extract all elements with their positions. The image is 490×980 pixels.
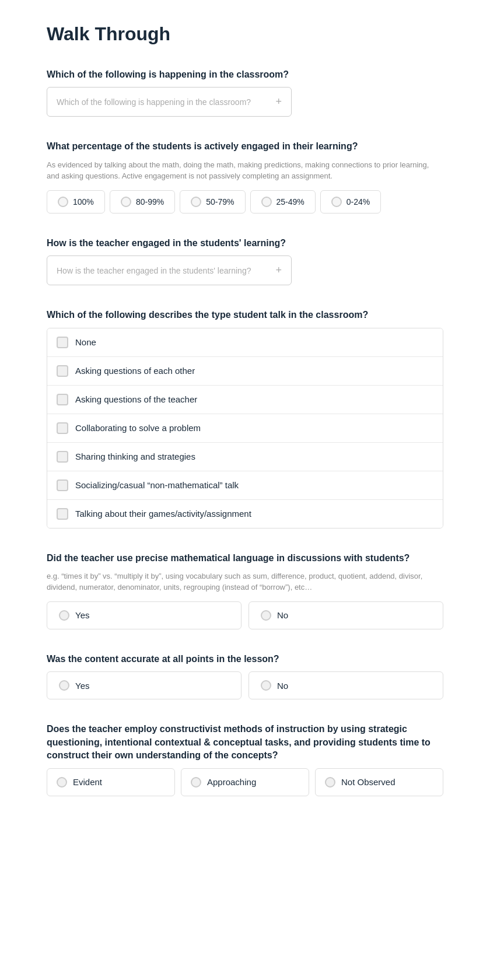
radio-circle-q2-1 — [121, 197, 131, 207]
question-label-q5: Did the teacher use precise mathematical… — [47, 552, 443, 565]
option-label-q7-2: Not Observed — [341, 777, 396, 787]
radio-circle-q2-4 — [331, 197, 342, 207]
checkbox-circle-q4-3 — [57, 422, 68, 434]
plus-icon-q1: + — [275, 96, 282, 108]
checkbox-item-q4-6[interactable]: Talking about their games/activity/assig… — [47, 500, 443, 528]
option-circle-q7-1 — [191, 777, 201, 788]
checkbox-item-q4-3[interactable]: Collaborating to solve a problem — [47, 414, 443, 443]
yn-circle-q6-0 — [59, 680, 69, 691]
checkbox-item-q4-4[interactable]: Sharing thinking and strategies — [47, 443, 443, 471]
yn-label-q6-0: Yes — [75, 681, 89, 691]
checkbox-label-q4-2: Asking questions of the teacher — [75, 394, 197, 404]
option-label-q7-1: Approaching — [207, 777, 256, 787]
checkbox-label-q4-3: Collaborating to solve a problem — [75, 423, 201, 433]
question-label-q2: What percentage of the students is activ… — [47, 140, 443, 153]
checkbox-item-q4-0[interactable]: None — [47, 328, 443, 357]
section-q2: What percentage of the students is activ… — [47, 140, 443, 213]
checkbox-item-q4-1[interactable]: Asking questions of each other — [47, 357, 443, 386]
section-q1: Which of the following is happening in t… — [47, 68, 443, 117]
checkbox-item-q4-5[interactable]: Socializing/casual “non-mathematical” ta… — [47, 471, 443, 500]
question-hint-q5: e.g. “times it by” vs. “multiply it by”,… — [47, 570, 443, 593]
three-options-row-q7: EvidentApproachingNot Observed — [47, 768, 443, 796]
checkbox-circle-q4-0 — [57, 337, 68, 348]
yn-option-q5-1[interactable]: No — [249, 601, 443, 629]
checkbox-label-q4-4: Sharing thinking and strategies — [75, 452, 195, 461]
checkbox-circle-q4-4 — [57, 451, 68, 463]
checkbox-label-q4-0: None — [75, 337, 96, 347]
option-circle-q7-0 — [57, 777, 67, 788]
yn-circle-q6-1 — [261, 680, 271, 691]
option-label-q7-0: Evident — [73, 777, 102, 787]
radio-circle-q2-3 — [261, 197, 272, 207]
option-box-q7-0[interactable]: Evident — [47, 768, 175, 796]
radio-option-q2-0[interactable]: 100% — [47, 190, 105, 214]
yes-no-row-q5: YesNo — [47, 601, 443, 629]
yes-no-row-q6: YesNo — [47, 671, 443, 699]
question-label-q3: How is the teacher engaged in the studen… — [47, 237, 443, 250]
yn-label-q5-1: No — [277, 610, 288, 620]
radio-option-q2-3[interactable]: 25-49% — [250, 190, 316, 214]
yn-option-q6-1[interactable]: No — [249, 671, 443, 699]
radio-label-q2-0: 100% — [73, 197, 94, 206]
checkbox-list-q4: NoneAsking questions of each otherAsking… — [47, 328, 443, 528]
question-label-q4: Which of the following describes the typ… — [47, 309, 443, 321]
dropdown-placeholder-q1: Which of the following is happening in t… — [57, 97, 251, 107]
radio-row-q2: 100%80-99%50-79%25-49%0-24% — [47, 190, 443, 214]
radio-circle-q2-0 — [58, 197, 68, 207]
question-label-q1: Which of the following is happening in t… — [47, 68, 443, 81]
radio-label-q2-3: 25-49% — [276, 197, 304, 206]
yn-option-q5-0[interactable]: Yes — [47, 601, 242, 629]
radio-option-q2-2[interactable]: 50-79% — [180, 190, 245, 214]
yn-option-q6-0[interactable]: Yes — [47, 671, 242, 699]
yn-circle-q5-1 — [261, 610, 271, 621]
radio-label-q2-1: 80-99% — [136, 197, 164, 206]
yn-circle-q5-0 — [59, 610, 69, 621]
plus-icon-q3: + — [275, 264, 282, 276]
checkbox-label-q4-6: Talking about their games/activity/assig… — [75, 509, 251, 519]
section-q4: Which of the following describes the typ… — [47, 309, 443, 528]
radio-option-q2-4[interactable]: 0-24% — [320, 190, 381, 214]
section-q5: Did the teacher use precise mathematical… — [47, 552, 443, 629]
question-label-q7: Does the teacher employ constructivist m… — [47, 723, 443, 762]
question-hint-q2: As evidenced by talking about the math, … — [47, 159, 443, 182]
option-box-q7-1[interactable]: Approaching — [181, 768, 309, 796]
dropdown-placeholder-q3: How is the teacher engaged in the studen… — [57, 266, 251, 275]
checkbox-label-q4-1: Asking questions of each other — [75, 366, 195, 376]
radio-circle-q2-2 — [191, 197, 201, 207]
checkbox-item-q4-2[interactable]: Asking questions of the teacher — [47, 386, 443, 414]
checkbox-circle-q4-6 — [57, 508, 68, 520]
yn-label-q5-0: Yes — [75, 610, 89, 620]
dropdown-q1[interactable]: Which of the following is happening in t… — [47, 87, 292, 117]
yn-label-q6-1: No — [277, 681, 288, 691]
section-q3: How is the teacher engaged in the studen… — [47, 237, 443, 285]
radio-label-q2-4: 0-24% — [346, 197, 370, 206]
question-label-q6: Was the content accurate at all points i… — [47, 653, 443, 666]
checkbox-circle-q4-1 — [57, 365, 68, 377]
section-q6: Was the content accurate at all points i… — [47, 653, 443, 699]
section-q7: Does the teacher employ constructivist m… — [47, 723, 443, 796]
dropdown-q3[interactable]: How is the teacher engaged in the studen… — [47, 256, 292, 285]
radio-option-q2-1[interactable]: 80-99% — [110, 190, 175, 214]
option-circle-q7-2 — [325, 777, 335, 788]
option-box-q7-2[interactable]: Not Observed — [315, 768, 443, 796]
radio-label-q2-2: 50-79% — [206, 197, 234, 206]
checkbox-label-q4-5: Socializing/casual “non-mathematical” ta… — [75, 480, 239, 490]
checkbox-circle-q4-2 — [57, 394, 68, 405]
checkbox-circle-q4-5 — [57, 480, 68, 491]
page-title: Walk Through — [47, 23, 443, 45]
